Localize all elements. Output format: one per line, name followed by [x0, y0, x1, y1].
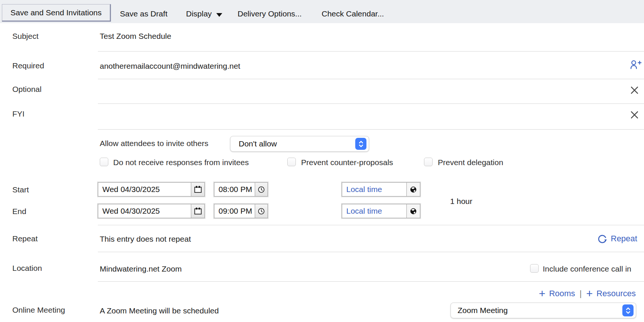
start-timezone-link[interactable]: Local time	[342, 183, 406, 196]
divider	[98, 103, 644, 104]
person-add-icon	[629, 58, 642, 72]
delivery-options-button[interactable]: Delivery Options...	[238, 9, 302, 18]
booking-separator: |	[579, 289, 583, 298]
repeat-label: Repeat	[12, 234, 38, 243]
calendar-icon	[193, 185, 202, 194]
subject-label: Subject	[12, 32, 38, 41]
duration-text: 1 hour	[450, 197, 473, 206]
online-meeting-selected-value: Zoom Meeting	[451, 306, 622, 315]
display-menu-button[interactable]: Display	[186, 9, 222, 18]
repeat-icon	[597, 233, 608, 244]
repeat-link-label: Repeat	[611, 234, 637, 244]
clock-icon	[257, 185, 266, 194]
end-date-field: Wed 04/30/2025	[98, 204, 205, 218]
start-time-picker-button[interactable]	[255, 183, 267, 196]
invite-others-selected-value: Don't allow	[230, 139, 355, 148]
divider	[98, 225, 644, 225]
divider	[98, 252, 644, 252]
prevent-delegation-label: Prevent delegation	[438, 158, 503, 167]
caret-down-icon	[216, 13, 222, 17]
prevent-counter-proposals-checkbox[interactable]	[287, 158, 296, 166]
end-time-picker-button[interactable]	[255, 204, 267, 218]
start-label: Start	[12, 185, 29, 194]
divider	[98, 129, 644, 130]
clock-icon	[257, 207, 266, 216]
plus-icon: +	[539, 288, 545, 299]
action-toolbar: Save and Send Invitations Save as Draft …	[0, 0, 644, 23]
add-person-button[interactable]	[629, 58, 642, 72]
end-timezone-field: Local time	[342, 204, 420, 218]
select-chevrons-icon	[622, 304, 634, 316]
required-label: Required	[12, 61, 44, 70]
invite-others-label: Allow attendees to invite others	[100, 139, 208, 148]
repeat-link[interactable]: Repeat	[597, 233, 637, 244]
clear-fyi-button[interactable]	[629, 110, 640, 120]
end-label: End	[12, 207, 26, 216]
start-timezone-field: Local time	[342, 182, 420, 196]
invite-others-select[interactable]: Don't allow	[230, 136, 369, 152]
plus-icon: +	[586, 288, 593, 299]
calendar-icon	[193, 207, 202, 216]
include-conference-call-label: Include conference call in	[543, 264, 631, 273]
no-responses-checkbox[interactable]	[100, 158, 108, 166]
end-date-input[interactable]: Wed 04/30/2025	[98, 204, 191, 218]
select-chevrons-icon	[355, 138, 366, 150]
check-calendar-button[interactable]: Check Calendar...	[322, 9, 384, 18]
save-as-draft-button[interactable]: Save as Draft	[120, 9, 167, 18]
start-time-input[interactable]: 08:00 PM	[214, 183, 255, 196]
end-date-picker-button[interactable]	[191, 204, 204, 218]
booking-links: + Rooms | + Resources	[539, 288, 636, 299]
end-timezone-link[interactable]: Local time	[342, 204, 406, 218]
no-responses-label: Do not receive responses from invitees	[113, 158, 249, 167]
subject-field[interactable]: Test Zoom Schedule	[100, 32, 171, 41]
resources-link[interactable]: Resources	[597, 289, 636, 298]
start-date-input[interactable]: Wed 04/30/2025	[98, 183, 191, 196]
online-meeting-select[interactable]: Zoom Meeting	[451, 303, 636, 318]
close-icon	[629, 85, 640, 95]
start-date-field: Wed 04/30/2025	[98, 182, 205, 196]
end-time-input[interactable]: 09:00 PM	[214, 204, 255, 218]
prevent-counter-proposals-label: Prevent counter-proposals	[301, 158, 393, 167]
close-icon	[629, 110, 640, 120]
globe-icon	[409, 207, 418, 216]
start-date-picker-button[interactable]	[191, 183, 204, 196]
location-field[interactable]: Mindwatering.net Zoom	[100, 264, 182, 273]
start-timezone-picker-button[interactable]	[406, 183, 420, 196]
globe-icon	[409, 185, 418, 194]
location-label: Location	[12, 264, 42, 273]
required-attendees-field[interactable]: anotheremailaccount@mindwatering.net	[100, 62, 240, 71]
divider	[98, 79, 644, 79]
divider	[98, 51, 644, 52]
rooms-link[interactable]: Rooms	[549, 289, 575, 298]
online-meeting-label: Online Meeting	[12, 306, 65, 315]
repeat-status-text: This entry does not repeat	[100, 235, 191, 244]
prevent-delegation-checkbox[interactable]	[424, 158, 433, 166]
clear-optional-button[interactable]	[629, 85, 640, 95]
online-meeting-status-text: A Zoom Meeting will be scheduled	[100, 306, 219, 315]
start-time-field: 08:00 PM	[214, 182, 268, 196]
optional-label: Optional	[12, 85, 41, 94]
include-conference-call-checkbox[interactable]	[530, 264, 539, 273]
fyi-label: FYI	[12, 109, 25, 118]
divider	[98, 281, 644, 282]
display-label: Display	[186, 9, 212, 18]
end-timezone-picker-button[interactable]	[406, 204, 420, 218]
end-time-field: 09:00 PM	[214, 204, 268, 218]
save-and-send-button[interactable]: Save and Send Invitations	[2, 4, 111, 22]
